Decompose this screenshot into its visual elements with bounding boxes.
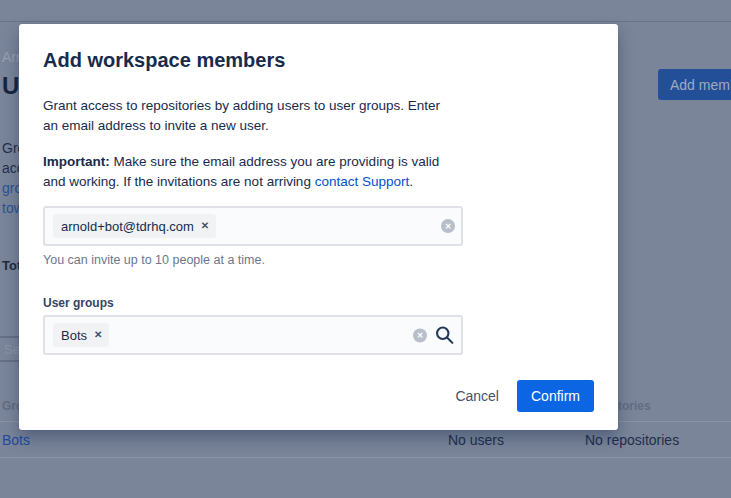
group-users-cell: No users — [448, 432, 504, 448]
important-label: Important: — [43, 154, 110, 169]
search-icon[interactable] — [434, 325, 455, 346]
important-note: Important: Make sure the email address y… — [43, 152, 594, 192]
clear-field-icon[interactable] — [413, 328, 427, 342]
contact-support-link[interactable]: contact Support — [315, 174, 410, 189]
group-chip: Bots — [53, 323, 109, 347]
dialog-actions: Cancel Confirm — [43, 380, 594, 412]
top-nav-divider — [0, 21, 731, 22]
important-text-line2: and working. If the invitations are not … — [43, 174, 315, 189]
confirm-button[interactable]: Confirm — [517, 380, 594, 412]
add-members-button[interactable]: Add members — [658, 69, 731, 100]
important-text-suffix: . — [409, 174, 413, 189]
dialog-title: Add workspace members — [43, 48, 594, 72]
table-row-divider — [0, 457, 731, 458]
group-chip-label: Bots — [61, 328, 87, 343]
user-groups-label: User groups — [43, 296, 594, 310]
invite-limit-helper: You can invite up to 10 people at a time… — [43, 253, 594, 267]
email-chip-label: arnold+bot@tdrhq.com — [61, 219, 194, 234]
description-line: an email address to invite a new user. — [43, 116, 594, 136]
dialog-description: Grant access to repositories by adding u… — [43, 96, 594, 136]
cancel-button[interactable]: Cancel — [443, 380, 511, 412]
important-text-line1: Make sure the email address you are prov… — [110, 154, 439, 169]
group-repositories-cell: No repositories — [585, 432, 679, 448]
description-line: Grant access to repositories by adding u… — [43, 96, 594, 116]
add-workspace-members-dialog: Add workspace members Grant access to re… — [19, 24, 618, 430]
remove-group-chip-icon[interactable] — [94, 330, 102, 340]
group-name-link[interactable]: Bots — [2, 432, 30, 448]
email-chip: arnold+bot@tdrhq.com — [53, 214, 216, 238]
remove-email-chip-icon[interactable] — [201, 221, 209, 231]
clear-field-icon[interactable] — [441, 219, 455, 233]
user-groups-field[interactable]: Bots — [43, 315, 463, 355]
email-invite-field[interactable]: arnold+bot@tdrhq.com — [43, 206, 463, 246]
